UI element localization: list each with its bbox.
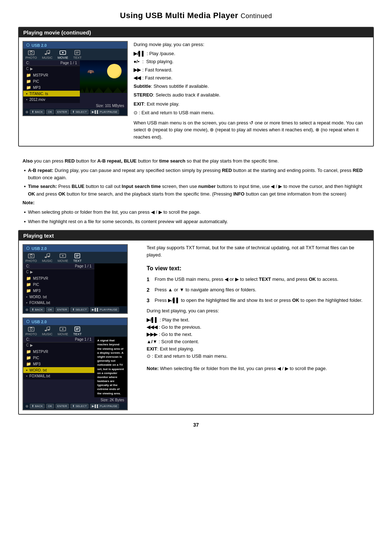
- tab-movie2[interactable]: MOVIE: [58, 253, 68, 263]
- moon: [107, 64, 122, 78]
- text-preview-panel: A signal that reaches beyond the viewing…: [94, 337, 127, 397]
- file-mp33[interactable]: 📁 MP3: [23, 361, 94, 367]
- file-mstpvr3[interactable]: 📁 MSTPVR: [23, 349, 94, 355]
- preview-text-content: A signal that reaches beyond the viewing…: [94, 337, 127, 397]
- text-format-intro: Text play supports TXT format, but for t…: [147, 244, 369, 259]
- file-mstpvr2[interactable]: 📁 MSTPVR: [23, 275, 94, 282]
- file-foxmail1[interactable]: ▪ FOXMAIL.txt: [23, 300, 94, 305]
- file-pic2[interactable]: 📁 PIC: [23, 282, 94, 288]
- playpause-btn2[interactable]: ▶/▌▌ PLAY/PAUSE: [90, 307, 119, 312]
- svg-point-18: [48, 256, 50, 257]
- ok-btn[interactable]: OK: [46, 110, 54, 114]
- file-pic[interactable]: 📁 PIC: [23, 78, 80, 85]
- movie-icon3: [60, 327, 66, 332]
- drive-c-row3: C ▶: [23, 342, 94, 348]
- control-ff: ▶▶ : Fast forward.: [134, 66, 369, 74]
- svg-line-35: [47, 327, 50, 327]
- bottom-bar2: ⊛ ⬆ BACK OK ENTER ⬆ SELECT ▶/▌▌ PLAY/PAU…: [23, 306, 127, 313]
- back-btn[interactable]: ⬆ BACK: [30, 110, 45, 114]
- usb-body3: C: Page 1 / 1 C ▶ 📁 MSTPVR: [23, 337, 127, 397]
- path-label3: C:: [26, 337, 30, 341]
- file-word2[interactable]: ▪ WORD. txt: [23, 367, 94, 373]
- size-bar: Size: 101 MBytes: [23, 103, 127, 108]
- enter-btn[interactable]: ENTER: [56, 110, 69, 114]
- file-mp32[interactable]: 📁 MP3: [23, 288, 94, 294]
- tab-music2[interactable]: MUSIC: [42, 253, 53, 263]
- svg-marker-9: [62, 52, 64, 53]
- time-search-item: Time search: Press BLUE button to call o…: [23, 183, 369, 197]
- stereo-line: STEREO: Selects audio track if available…: [134, 91, 369, 99]
- usb-file-area3: C: Page 1 / 1 C ▶ 📁 MSTPVR: [23, 337, 94, 397]
- usb-tab-icons3: PHOTO MUSIC MOVIE: [23, 325, 127, 337]
- tab-text2[interactable]: TEXT: [73, 253, 82, 263]
- select-btn2[interactable]: ⬆ SELECT: [70, 307, 89, 312]
- bottom-bar3: ⊛ ⬆ BACK OK ENTER ⬆ SELECT ▶/▌▌ PLAY/PAU…: [23, 403, 127, 410]
- usb-screen-text2: ⬡ USB 2.0 PHOTO: [23, 317, 128, 410]
- tab-text[interactable]: TEXT: [73, 50, 82, 59]
- playpause-btn3[interactable]: ▶/▌▌ PLAY/PAUSE: [90, 404, 119, 409]
- tab-photo[interactable]: PHOTO: [25, 50, 37, 59]
- exit-line: EXIT: Exit movie play.: [134, 100, 369, 108]
- usb-path3: C: Page 1 / 1: [23, 337, 94, 342]
- tab-photo2[interactable]: PHOTO: [25, 253, 37, 263]
- svg-point-1: [30, 52, 32, 54]
- usb-tab-icons2: PHOTO MUSIC MOVIE: [23, 252, 127, 263]
- page-title: Using USB Multi Media Player Continued: [18, 11, 374, 20]
- tab-music3[interactable]: MUSIC: [42, 327, 53, 336]
- playpause-btn[interactable]: ▶/▌▌ PLAY/PAUSE: [90, 110, 119, 114]
- ok-btn2[interactable]: OK: [46, 307, 54, 312]
- svg-point-32: [48, 329, 50, 331]
- select-btn[interactable]: ⬆ SELECT: [70, 110, 89, 114]
- select-btn3[interactable]: ⬆ SELECT: [70, 404, 89, 409]
- text-exit-line: EXIT: Exit text playing.: [147, 345, 369, 353]
- step2: 2 Press ▲ or ▼ to navigate among files o…: [147, 286, 369, 294]
- page-number: 37: [18, 422, 374, 428]
- usb-file-list3: 📁 MSTPVR 📁 PIC 📁 MP3: [23, 348, 94, 379]
- movie-preview: 🦇: [80, 60, 127, 93]
- back-btn2[interactable]: ⬆ BACK: [30, 307, 45, 312]
- usb-body2: C: Page 1 / 1 C ▶ 📁 MSTPVR: [23, 263, 127, 306]
- svg-rect-30: [30, 327, 32, 328]
- usb-label2: USB 2.0: [32, 246, 47, 251]
- file-word1[interactable]: ▪ WORD. txt: [23, 294, 94, 300]
- drive-c-row: C ▶: [23, 66, 80, 71]
- tab-text3[interactable]: TEXT: [73, 327, 82, 336]
- size-label3: Size: 2K Bytes: [101, 398, 124, 402]
- movie-icon2: [60, 253, 66, 258]
- photo-icon2: [28, 253, 34, 258]
- usb-label3: USB 2.0: [32, 320, 47, 324]
- playing-text-section: Playing text ⬡ USB 2.0 PHOTO: [18, 230, 374, 415]
- usb-header2: ⬡ USB 2.0: [23, 245, 127, 252]
- tab-music[interactable]: MUSIC: [42, 50, 53, 59]
- back-btn3[interactable]: ⬆ BACK: [30, 404, 45, 409]
- photo-icon: [28, 50, 34, 55]
- path-label: C:: [26, 61, 30, 65]
- title-text: Using USB Multi Media Player: [120, 11, 238, 20]
- file-titanic[interactable]: ▪ TITANIC. ts: [23, 91, 80, 97]
- path-label2: C:: [26, 264, 30, 268]
- file-mp3[interactable]: 📁 MP3: [23, 85, 80, 91]
- usb-icon2: ⬡: [26, 246, 30, 251]
- tab-photo3[interactable]: PHOTO: [25, 327, 37, 336]
- photo-icon3: [28, 327, 34, 332]
- movie-text-side: During movie play, you can press: ▶/▌▌ :…: [134, 41, 369, 142]
- subtitle-line: Subtitle: Shows subtitle if available.: [134, 83, 369, 90]
- ok-btn3[interactable]: OK: [46, 404, 54, 409]
- enter-btn2[interactable]: ENTER: [56, 307, 69, 312]
- tab-movie[interactable]: MOVIE: [58, 50, 68, 59]
- playing-text-right: Text play supports TXT format, but for t…: [142, 241, 373, 414]
- file-mstpvr[interactable]: 📁 MSTPVR: [23, 72, 80, 78]
- page-info: Page 1 / 1: [60, 61, 77, 65]
- text-control-scroll: ▲/▼ : Scroll the content.: [147, 338, 369, 345]
- file-pic3[interactable]: 📁 PIC: [23, 355, 94, 361]
- svg-point-31: [45, 330, 47, 331]
- file-2012[interactable]: ▪ 2012.mov: [23, 97, 80, 102]
- moon-scene: 🦇: [80, 60, 127, 93]
- usb-label: USB 2.0: [32, 43, 47, 48]
- enter-btn3[interactable]: ENTER: [56, 404, 69, 409]
- file-foxmail2[interactable]: ▪ FOXMAIL.txt: [23, 373, 94, 379]
- drive-c-row2: C ▶: [23, 269, 94, 275]
- tab-movie3[interactable]: MOVIE: [58, 327, 68, 336]
- svg-rect-2: [30, 50, 32, 52]
- size-bar3: Size: 2K Bytes: [23, 397, 127, 403]
